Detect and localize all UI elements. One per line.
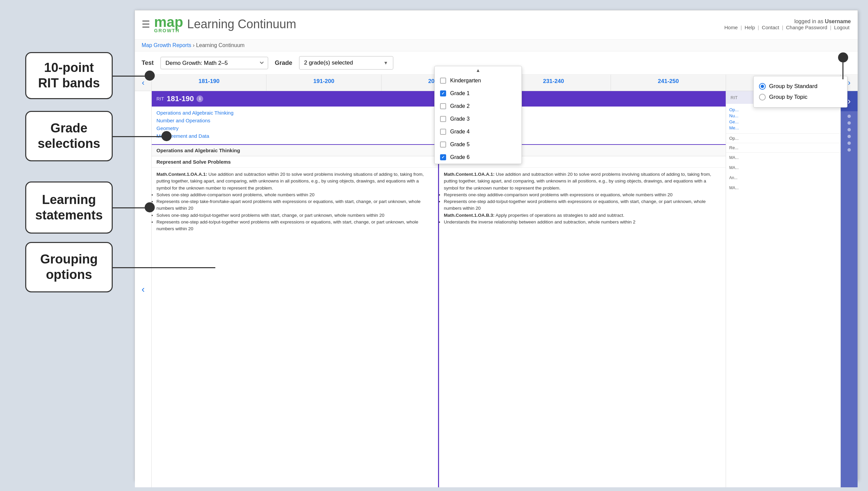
grade-checkbox-grade3[interactable] [440,116,446,122]
annotation-learning-label: Learning statements [26,192,112,223]
col3-content: MA... [726,152,841,163]
grade-label: Grade [275,59,292,66]
grade-option-grade5[interactable]: Grade 5 [435,138,521,151]
header-top: ☰ map GROWTH Learning Continuum logged i… [142,15,851,33]
col1-topic-3[interactable]: Geometry [157,125,433,131]
grade-label-kindergarten: Kindergarten [450,78,481,84]
group-by-topic-option[interactable]: Group by Topic [759,92,842,103]
grade-option-grade3[interactable]: Grade 3 [435,113,521,125]
app-window: ☰ map GROWTH Learning Continuum logged i… [135,10,858,481]
annotation-line-learning [113,207,148,208]
grade-dropdown-arrow: ▲ [435,66,521,74]
annotation-dot-rit [145,70,155,81]
grade-label-grade6: Grade 6 [450,154,470,160]
group-by-standard-radio[interactable] [759,83,766,90]
group-by-standard-option[interactable]: Group by Standard [759,81,842,92]
grade-select-arrow: ▼ [383,60,388,65]
grade-option-grade4[interactable]: Grade 4 [435,125,521,138]
group-by-standard-label: Group by Standard [769,83,817,90]
col1-bullets: Solves one-step additive-comparison word… [157,192,433,233]
hamburger-menu[interactable]: ☰ [142,19,150,30]
grade-checkbox-grade2[interactable] [440,103,446,109]
col3-partial-content: Op... Nu... Ge... Me... [726,104,841,134]
col3-content2: MA... [726,163,841,173]
annotation-dot-learning [145,202,155,212]
band-header-181: 181-190 [152,75,267,91]
app-title: Learning Continuum [187,17,296,31]
right-nav-col: › [841,91,858,487]
dot2 [847,121,851,125]
col3-section: Op... [726,134,841,143]
annotation-grouping-label: Grouping options [26,252,112,282]
left-nav-col: ‹ [135,91,152,487]
col1-info-icon[interactable]: ℹ [196,95,203,102]
col1-bullet-1: Solves one-step additive-comparison word… [157,192,433,198]
breadcrumb-separator: › [193,42,196,48]
annotation-grade-label: Gradeselections [38,121,100,151]
col2-bullets2: Understands the inverse relationship bet… [444,219,721,226]
app-header: ☰ map GROWTH Learning Continuum logged i… [135,10,858,40]
grade-option-kindergarten[interactable]: Kindergarten [435,74,521,87]
prev-col-button[interactable]: ‹ [138,281,148,298]
col3-mea: Me... [729,125,739,131]
col1-standard-content: Math.Content.1.OA.A.1: Use addition and … [152,168,438,487]
col1-topic-1[interactable]: Operations and Algebraic Thinking [157,110,433,116]
annotation-rit-bands-label: 10-pointRIT bands [38,60,100,91]
logo-area: ☰ map GROWTH Learning Continuum [142,15,296,33]
grade-option-grade6[interactable]: Grade 6 [435,151,521,164]
grade-option-grade2[interactable]: Grade 2 [435,100,521,113]
grade-dropdown: ▲ Kindergarten Grade 1 Grade 2 Grade 3 G… [434,66,522,164]
logged-as-text: logged in as [794,19,823,24]
col2-bullet-1: Represents one-step additive-comparison … [444,192,721,198]
logo-growth: GROWTH [154,28,183,33]
nav-change-password[interactable]: Change Password [786,25,827,30]
col2-bullets1: Represents one-step additive-comparison … [444,192,721,212]
nav-links: Home | Help | Contact | Change Password … [723,25,851,30]
grade-checkbox-grade4[interactable] [440,129,446,135]
nav-help[interactable]: Help [744,25,755,30]
right-dots [841,111,858,487]
col1-bullet-3: Solves one-step add-to/put-together word… [157,212,433,219]
column-181: RIT 181-190 ℹ Operations and Algebraic T… [152,91,439,487]
grade-checkbox-grade6[interactable] [440,154,446,160]
grade-select-value: 2 grade(s) selected [304,59,353,66]
col1-rit-label: RIT [157,96,164,102]
grade-option-grade1[interactable]: Grade 1 [435,87,521,100]
breadcrumb-link[interactable]: Map Growth Reports [142,42,191,48]
test-label: Test [142,59,154,66]
col1-topic-2[interactable]: Number and Operations [157,118,433,123]
group-by-topic-radio[interactable] [759,94,766,100]
col1-topics: Operations and Algebraic Thinking Number… [152,107,438,145]
nav-home[interactable]: Home [724,25,738,30]
col1-standard1-text: Math.Content.1.OA.A.1: Use addition and … [157,171,433,192]
prev-band-button[interactable]: ‹ [142,78,145,87]
grade-label-grade1: Grade 1 [450,90,470,96]
grade-label-grade4: Grade 4 [450,129,470,135]
breadcrumb-current: Learning Continuum [196,42,245,48]
grade-checkbox-grade1[interactable] [440,90,446,96]
annotation-line-grouping [113,267,215,268]
test-select[interactable]: Demo Growth: Math 2–5 [161,57,268,69]
grade-label-grade5: Grade 5 [450,142,470,147]
nav-logout[interactable]: Logout [834,25,849,30]
dot4 [847,135,851,138]
col3-content4: MA... [726,183,841,193]
grade-select-button[interactable]: 2 grade(s) selected ▼ [299,56,393,69]
grade-label-grade2: Grade 2 [450,103,470,109]
grade-checkbox-kindergarten[interactable] [440,78,446,84]
group-dropdown-dot [838,52,848,62]
col2-standard-content: Math.Content.1.OA.A.1: Use addition and … [439,168,725,487]
col3-sub: Re... [726,143,841,152]
col1-bullet-2: Represents one-step take-from/take-apart… [157,198,433,212]
logo-block: map GROWTH [154,15,183,33]
column-201-partial: RIT Op... Nu... Ge... Me... Op... Re... … [726,91,841,487]
dot5 [847,142,851,145]
band-header-191: 191-200 [267,75,381,91]
grade-checkbox-grade5[interactable] [440,142,446,147]
dot1 [847,115,851,118]
next-band-button-top[interactable]: › [848,78,850,87]
col1-topic-4[interactable]: Measurement and Data [157,133,433,139]
nav-contact[interactable]: Contact [762,25,779,30]
annotation-grade: Gradeselections [25,111,113,161]
col3-num: Nu... [729,113,738,118]
